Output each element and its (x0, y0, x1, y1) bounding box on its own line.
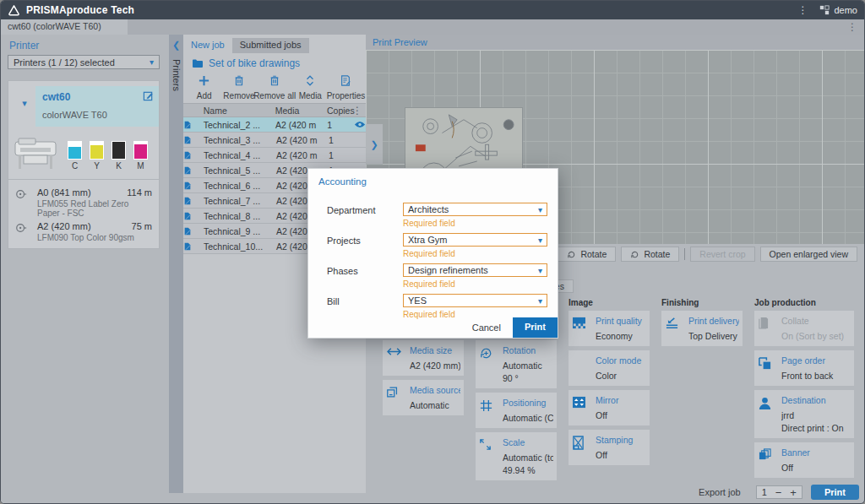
field-control: Design refinements▾Required field (403, 263, 547, 289)
tile-mirror[interactable]: MirrorOff (569, 390, 650, 425)
department-select[interactable]: Architects▾ (403, 203, 547, 216)
user-menu[interactable]: demo (819, 5, 857, 15)
field-label: Department (327, 203, 403, 228)
tile-positioning[interactable]: PositioningAutomatic (Ce... (476, 393, 557, 428)
media-roll[interactable]: A0 (841 mm)114 mLFM055 Red Label Zero Pa… (15, 187, 152, 218)
copies-stepper[interactable]: 1 − + (756, 485, 802, 499)
column-copies[interactable]: Copies (327, 106, 352, 116)
table-row[interactable]: Technical_2 ...A2 (420 m1 (183, 117, 366, 133)
increment-button[interactable]: + (790, 487, 797, 498)
tile-value: Top Delivery T... (688, 331, 739, 341)
ink-chip (133, 141, 148, 160)
print-button[interactable]: Print (811, 485, 859, 500)
tabstrip-menu-icon[interactable]: ⋮ (847, 22, 857, 32)
ink-C: C (68, 141, 82, 171)
media-roll[interactable]: A2 (420 mm)75 mLFM090 Top Color 90gsm (15, 221, 152, 242)
job-file-icon-wrap (183, 227, 204, 236)
open-enlarged-view-button[interactable]: Open enlarged view (760, 247, 857, 262)
tile-scale[interactable]: ScaleAutomatic (to ...49.94 % (476, 432, 557, 480)
decrement-button[interactable]: − (775, 487, 782, 498)
edit-icon[interactable] (143, 90, 154, 101)
dialog-fields: DepartmentArchitects▾Required fieldProje… (308, 198, 558, 319)
field-control: Architects▾Required field (403, 203, 547, 228)
properties-button[interactable]: Properties (328, 74, 364, 100)
tile-print-quality[interactable]: Print qualityEconomy (569, 311, 650, 346)
tile-stamping[interactable]: StampingOff (569, 430, 650, 465)
ink-label: M (137, 161, 144, 171)
job-file-icon-wrap (183, 242, 204, 251)
column-media[interactable]: Media (275, 106, 327, 116)
tile-media-size[interactable]: Media sizeA2 (420 mm) (383, 340, 464, 376)
tile-banner[interactable]: BannerOff (754, 442, 854, 478)
tile-color-mode[interactable]: Color modeColor (569, 350, 650, 386)
remove-all-button[interactable]: Remove all (257, 74, 293, 100)
media-button[interactable]: Media (293, 74, 328, 100)
export-job-button[interactable]: Export job (692, 485, 748, 499)
media-roll-size: A2 (420 mm) (37, 221, 91, 231)
printers-rail: ❮ Printers (169, 35, 183, 493)
roll-icon (15, 221, 37, 242)
file-icon (183, 242, 204, 251)
rotate-button[interactable]: Rotate (558, 247, 616, 262)
file-icon (183, 212, 204, 220)
tool-label: Remove all (253, 91, 296, 100)
remove-button[interactable]: Remove (221, 74, 256, 100)
phases-select[interactable]: Design refinements▾ (403, 263, 547, 277)
ink-fill (134, 144, 147, 159)
ink-label: Y (94, 161, 100, 171)
table-row[interactable]: Technical_4 ...A2 (420 m1 (183, 148, 366, 163)
table-menu-icon[interactable]: ⋮ (352, 106, 362, 116)
app-logo-icon (8, 4, 20, 17)
tile-print-delivery[interactable]: Print deliveryTop Delivery T... (661, 311, 743, 346)
tile-value: Front to back (781, 371, 851, 381)
field-label: Bill (327, 294, 403, 319)
tile-destination[interactable]: DestinationjrrdDirect print : On (754, 390, 854, 438)
required-hint: Required field (403, 219, 547, 228)
tile-rotation[interactable]: RotationAutomatic90 ° (476, 340, 557, 388)
collapse-panel-chevron[interactable]: ❮ (169, 35, 183, 51)
projects-select[interactable]: Xtra Gym▾ (403, 233, 547, 247)
tile-title: Mirror (596, 395, 646, 405)
tile-value: Automatic (410, 400, 460, 410)
job-set-header[interactable]: Set of bike drawings (183, 53, 366, 71)
file-icon (183, 227, 204, 236)
printer-collapse-chevron[interactable]: ▾ (14, 86, 35, 127)
rotate-button[interactable]: Rotate (621, 247, 679, 262)
tile-title: Print delivery (688, 316, 739, 326)
tab-submitted-jobs[interactable]: Submitted jobs (232, 38, 309, 53)
dialog-print-button[interactable]: Print (513, 317, 558, 338)
tab-new-job[interactable]: New job (183, 38, 232, 53)
tool-label: Properties (327, 91, 366, 100)
pageorder-icon (758, 356, 776, 371)
tile-media-source[interactable]: Media sourceAutomatic (383, 380, 464, 415)
button-label: Rotate (580, 249, 607, 259)
column-name[interactable]: Name (204, 106, 275, 116)
printer-select[interactable]: Printers (1 / 12) selected ▾ (8, 55, 160, 69)
media-roll-name: LFM055 Red Label Zero Paper - FSC (37, 199, 152, 218)
bill-select[interactable]: YES▾ (403, 294, 547, 307)
tile-page-order[interactable]: Page orderFront to back (754, 350, 854, 386)
app-title: PRISMAproduce Tech (26, 4, 134, 16)
file-icon (183, 151, 204, 160)
table-row[interactable]: Technical_3 ...A2 (420 m1 (183, 133, 366, 148)
add-button[interactable]: Add (187, 74, 221, 100)
quality-icon-wrap (572, 316, 590, 341)
window-tab-active[interactable]: cwt60 (colorWAVE T60) (1, 19, 128, 35)
cancel-button[interactable]: Cancel (460, 319, 513, 336)
eye-icon[interactable] (354, 121, 366, 128)
printer-selected-header[interactable]: cwt60 colorWAVE T60 (35, 86, 159, 127)
tray-icon-wrap (386, 385, 405, 410)
footer-bar: Export job 1 − + Print (692, 484, 859, 501)
job-name: Technical_10... (204, 241, 276, 252)
tile-text: Page orderFront to back (781, 355, 851, 381)
select-value: Design refinements (408, 265, 488, 275)
job-tabs: New jobSubmitted jobs (183, 38, 309, 53)
titlebar-menu-icon[interactable]: ⋮ (797, 5, 808, 15)
ink-chip (68, 141, 82, 160)
accounting-dialog: Accounting DepartmentArchitects▾Required… (307, 168, 558, 339)
printer-select-value: Printers (1 / 12) selected (14, 57, 115, 68)
banner-icon (758, 448, 776, 461)
tile-text: DestinationjrrdDirect print : On (781, 395, 851, 433)
tile-text: StampingOff (596, 435, 646, 460)
expand-panel-chevron[interactable]: ❯ (366, 124, 383, 165)
